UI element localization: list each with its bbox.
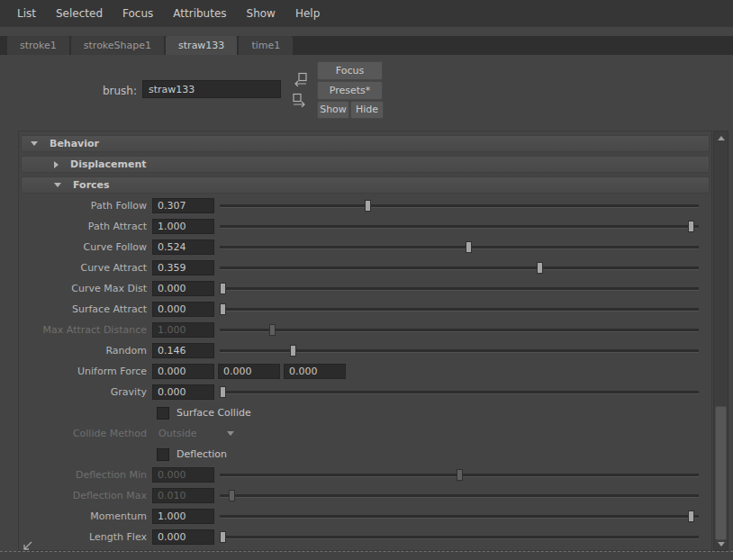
menu-help[interactable]: Help: [285, 0, 330, 27]
presets-button[interactable]: Presets*: [317, 81, 383, 100]
forces-rows: Path Follow 0.307 Path Attract 1.000 Cur…: [21, 198, 710, 550]
random-field[interactable]: 0.146: [152, 343, 214, 358]
path-follow-field[interactable]: 0.307: [152, 198, 214, 213]
attr-label: Surface Attract: [21, 303, 152, 315]
slider-groove: [220, 536, 699, 538]
focus-button[interactable]: Focus: [317, 61, 383, 80]
slider-groove: [220, 225, 699, 228]
deflection-min-field: 0.000: [152, 467, 214, 483]
menu-bar: List Selected Focus Attributes Show Help: [0, 0, 733, 27]
momentum-field[interactable]: 1.000: [152, 509, 214, 524]
curve-max-dist-slider[interactable]: [220, 281, 699, 296]
attr-label: Length Flex: [21, 531, 152, 543]
attr-label: Path Follow: [21, 200, 152, 212]
slider-groove: [220, 246, 699, 248]
curve-follow-field[interactable]: 0.524: [152, 239, 214, 255]
slider-handle[interactable]: [365, 200, 371, 212]
surface-attract-slider[interactable]: [220, 302, 699, 317]
attr-label: Uniform Force: [21, 366, 152, 377]
length-flex-slider[interactable]: [220, 529, 699, 545]
vertical-scrollbar-thumb[interactable]: [715, 406, 727, 540]
momentum-slider[interactable]: [220, 509, 699, 524]
menu-show[interactable]: Show: [237, 0, 285, 27]
tab-stroke1[interactable]: stroke1: [7, 36, 69, 55]
slider-handle[interactable]: [466, 241, 472, 253]
attr-label: Collide Method: [21, 428, 152, 439]
curve-follow-slider[interactable]: [220, 239, 699, 255]
expand-triangle-icon[interactable]: [54, 161, 59, 168]
collide-method-dropdown: Outside: [158, 428, 196, 439]
tab-time1[interactable]: time1: [239, 36, 293, 55]
surface-collide-checkbox[interactable]: [157, 407, 169, 420]
slider-handle[interactable]: [220, 303, 226, 315]
uniform-force-x-field[interactable]: 0.000: [152, 364, 214, 379]
tab-strokeShape1[interactable]: strokeShape1: [71, 36, 164, 55]
slider-handle[interactable]: [290, 345, 296, 357]
slider-handle[interactable]: [537, 262, 543, 274]
attr-row-deflection-min: Deflection Min 0.000: [21, 467, 710, 483]
deflection-checkbox[interactable]: [157, 448, 169, 461]
path-attract-slider[interactable]: [220, 219, 699, 234]
path-follow-slider[interactable]: [220, 198, 699, 213]
tear-off-copy-icon[interactable]: [291, 93, 309, 107]
slider-groove: [220, 329, 699, 331]
attr-row-curve-attract: Curve Attract 0.359: [21, 260, 710, 275]
slider-groove: [220, 515, 699, 518]
show-button[interactable]: Show: [317, 101, 349, 119]
deflection-min-slider: [220, 467, 699, 483]
menu-selected[interactable]: Selected: [46, 0, 113, 27]
scroll-up-arrow-icon[interactable]: [714, 131, 728, 144]
attr-row-surface-collide: Surface Collide: [21, 405, 710, 420]
slider-groove: [220, 391, 699, 393]
uniform-force-y-field[interactable]: 0.000: [218, 364, 280, 379]
random-slider[interactable]: [220, 343, 699, 358]
slider-groove: [220, 308, 699, 311]
surface-attract-field[interactable]: 0.000: [152, 302, 214, 317]
vertical-scrollbar[interactable]: [713, 131, 728, 551]
checkbox-label: Surface Collide: [176, 407, 251, 419]
curve-max-dist-field[interactable]: 0.000: [152, 281, 214, 296]
slider-handle[interactable]: [220, 531, 226, 543]
curve-attract-field[interactable]: 0.359: [152, 260, 214, 275]
path-attract-field[interactable]: 1.000: [152, 219, 214, 234]
curve-attract-slider[interactable]: [220, 260, 699, 275]
menu-focus[interactable]: Focus: [113, 0, 163, 27]
slider-handle[interactable]: [688, 221, 694, 232]
section-forces[interactable]: Forces: [21, 176, 710, 194]
attr-row-surface-attract: Surface Attract 0.000: [21, 302, 710, 317]
section-displacement[interactable]: Displacement: [21, 156, 710, 173]
attr-label: Momentum: [21, 510, 152, 522]
chevron-down-icon: [227, 431, 234, 436]
attr-label: Curve Max Dist: [21, 283, 152, 294]
length-flex-field[interactable]: 0.000: [152, 529, 214, 545]
uniform-force-z-field[interactable]: 0.000: [284, 364, 346, 379]
gravity-slider[interactable]: [220, 384, 699, 400]
attr-row-max-attract-distance: Max Attract Distance 1.000: [21, 322, 710, 338]
menu-attributes[interactable]: Attributes: [163, 0, 236, 27]
tab-straw133[interactable]: straw133: [166, 36, 237, 55]
max-attract-distance-field: 1.000: [152, 322, 214, 338]
collapse-triangle-icon[interactable]: [54, 183, 61, 187]
menu-list[interactable]: List: [7, 0, 46, 27]
hide-button[interactable]: Hide: [350, 101, 384, 119]
gravity-field[interactable]: 0.000: [152, 384, 214, 400]
attr-row-gravity: Gravity 0.000: [21, 384, 710, 400]
horizontal-scrollbar[interactable]: [0, 551, 733, 560]
section-title: Displacement: [70, 158, 147, 170]
attr-label: Gravity: [21, 386, 152, 398]
pan-arrow-icon[interactable]: [22, 540, 34, 551]
brush-name-input[interactable]: [142, 80, 281, 98]
attr-label: Curve Follow: [21, 241, 152, 253]
slider-handle[interactable]: [220, 386, 226, 398]
attribute-panel: Behavior Displacement Forces Path Follow…: [18, 131, 712, 551]
copy-tab-icon[interactable]: [291, 72, 309, 86]
attribute-editor-window: { "menu": { "list": "List", "selected": …: [0, 0, 733, 560]
attr-row-random: Random 0.146: [21, 343, 710, 358]
slider-handle[interactable]: [220, 283, 226, 294]
attr-row-deflection-max: Deflection Max 0.010: [21, 488, 710, 503]
section-behavior[interactable]: Behavior: [21, 135, 710, 152]
slider-handle[interactable]: [688, 510, 694, 522]
scroll-down-arrow-icon[interactable]: [714, 537, 728, 550]
collapse-triangle-icon[interactable]: [31, 141, 38, 146]
attr-row-curve-follow: Curve Follow 0.524: [21, 239, 710, 255]
